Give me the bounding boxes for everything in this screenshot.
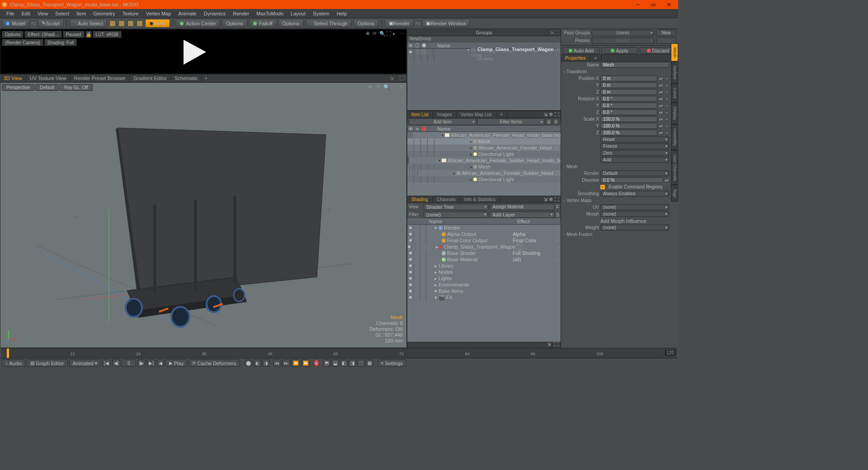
last-frame-button[interactable]: ▶| (147, 359, 156, 367)
chevron-icon[interactable]: ▸ (436, 244, 439, 250)
posz-input[interactable]: 0 m (600, 89, 657, 95)
maximize-button[interactable]: ▭ (646, 0, 661, 9)
minimize-button[interactable]: ─ (630, 0, 646, 9)
eye-icon[interactable] (409, 239, 412, 242)
poly-mode-icon[interactable] (127, 20, 134, 27)
apply-button[interactable]: Apply (601, 47, 638, 54)
menu-geometry[interactable]: Geometry (90, 11, 118, 16)
shader-row[interactable]: Base ShaderFull Shading▾ (407, 250, 561, 256)
shadertree-dropdown[interactable]: Shader Tree▾ (424, 204, 489, 210)
collapse-icon[interactable]: ⇲ (543, 197, 547, 202)
shader-row[interactable]: ▸ Lights (407, 275, 561, 282)
reset-dropdown[interactable]: Reset (600, 136, 669, 142)
collapse-icon[interactable]: ⇲ (543, 112, 547, 118)
render-button[interactable]: ▣ Render (385, 19, 414, 28)
addmorph-button[interactable]: Add Morph Influence (600, 218, 646, 224)
add-tab-icon[interactable]: + (202, 75, 210, 81)
itemlist-row[interactable]: ▸ Directional Light (407, 151, 561, 157)
itemlist-row[interactable]: ▸ Directional Light (407, 176, 561, 183)
maximize-icon[interactable]: ⛶ (386, 31, 392, 36)
sidetab-tags[interactable]: Tags (671, 185, 678, 202)
passgroups-dropdown[interactable]: (none) (592, 30, 654, 36)
chevron-icon[interactable]: ▾ (439, 159, 440, 163)
model-button[interactable]: Model (2, 19, 29, 28)
expand-icon[interactable]: ⛶ (554, 197, 559, 202)
sidetab-userchannels[interactable]: User Channels (671, 150, 678, 185)
viewport-3d[interactable]: Perspective Default Ray GL: Off ✥ ⟳ 🔍 ⛶ … (0, 82, 407, 348)
eye-icon[interactable] (409, 296, 412, 299)
spinner-icon[interactable]: ▴▾ (659, 75, 663, 81)
filter-icon[interactable]: F (553, 118, 559, 125)
chevron-icon[interactable]: ▾ (442, 133, 443, 137)
chevron-icon[interactable]: ▸ (470, 165, 472, 169)
scalex-input[interactable]: 100.0 % (600, 116, 657, 122)
close-button[interactable]: ✕ (661, 0, 676, 9)
play-icon[interactable] (181, 40, 208, 65)
preview-camera[interactable]: (Render Camera) (2, 39, 43, 46)
chevron-icon[interactable]: ▸ (434, 269, 437, 275)
morph-dropdown[interactable]: (none) (600, 211, 669, 217)
itemlist-row[interactable]: ▾ African_American_Female_Head_modo_base… (407, 132, 561, 138)
key-icon[interactable]: ⬤ (244, 359, 253, 367)
eye-icon[interactable] (409, 283, 412, 286)
menu-view[interactable]: View (34, 11, 52, 16)
preview-shading[interactable]: Shading: Full (44, 39, 77, 46)
menu-dynamics[interactable]: Dynamics (200, 11, 229, 16)
itemlist-row[interactable]: ▸ African_American_Female_Head (2) (407, 145, 561, 151)
add-dropdown[interactable]: Add (600, 157, 669, 163)
sculpt-button[interactable]: ✎ Sculpt (38, 19, 64, 28)
smoothing-dropdown[interactable]: Always Enabled (600, 191, 669, 197)
play-button[interactable]: ▶ Play (165, 359, 187, 367)
menu-maxtomodo[interactable]: MaxToModo (253, 11, 287, 16)
chevron-icon[interactable]: ▸ (470, 178, 472, 182)
autoadd-button[interactable]: Auto Add (563, 47, 599, 54)
eye-icon[interactable] (409, 233, 412, 235)
mat-mode-icon[interactable] (137, 20, 143, 27)
chevron-icon[interactable]: ▾ (434, 225, 437, 231)
weight-dropdown[interactable]: (none) (600, 225, 669, 230)
filter-dropdown[interactable]: (none)▾ (424, 212, 488, 218)
selectthrough-button[interactable]: ☑ Select Through (306, 19, 352, 28)
shader-row[interactable]: ▾ 🎬 FX (407, 294, 561, 301)
gear-icon[interactable]: ✲ (549, 112, 553, 118)
add-tab-icon[interactable]: + (590, 55, 602, 61)
eye-icon[interactable] (409, 252, 412, 254)
name-input[interactable]: Mesh (600, 62, 669, 68)
shader-row[interactable]: Base Material(all)▾ (407, 256, 561, 263)
edge-mode-icon[interactable] (118, 20, 125, 27)
shader-row[interactable]: ▾ Render▾ (407, 225, 561, 231)
render-dropdown[interactable]: Default (600, 170, 669, 176)
mesh-section[interactable]: Mesh (561, 163, 671, 170)
autoselect-button[interactable]: ⟲ Auto Select (70, 19, 107, 28)
new-button[interactable]: New (656, 29, 676, 36)
expand-icon[interactable]: ⛶ (555, 30, 559, 35)
options3-button[interactable]: Options (354, 19, 379, 28)
shader-row[interactable]: ▸ Library (407, 263, 561, 269)
audio-button[interactable]: ♪ Audio (2, 359, 25, 367)
sidetab-mesh[interactable]: Mesh (671, 43, 678, 61)
newgroup-button[interactable]: NewGroup (407, 36, 561, 42)
cachedeformers-button[interactable]: ⟳ Cache Deformers (189, 359, 240, 367)
eye-icon[interactable] (409, 277, 412, 280)
tab-3dview[interactable]: 3D View (0, 75, 26, 82)
preview-paused[interactable]: Paused (63, 31, 85, 38)
chevron-icon[interactable]: ▸ (470, 146, 472, 150)
chevron-icon[interactable]: ▸ (434, 263, 437, 269)
actioncenter-button[interactable]: Action Center (176, 19, 220, 28)
scaley-input[interactable]: 100.0 % (600, 123, 657, 129)
rotx-input[interactable]: 0.0 ° (600, 96, 657, 102)
posy-input[interactable]: 0 m (600, 82, 657, 88)
sidetab-curve[interactable]: Curve (671, 84, 678, 103)
scalez-input[interactable]: 100.0 % (600, 130, 657, 136)
itemlist-row[interactable]: ▸ Mesh (407, 164, 561, 170)
shader-row[interactable]: ▸ Nodes (407, 269, 561, 275)
shader-row[interactable]: ▸ Environments (407, 282, 561, 288)
expand-icon[interactable]: ⛶ (552, 342, 561, 348)
shader-row[interactable]: Alpha OutputAlpha▾ (407, 231, 561, 237)
freeze-dropdown[interactable]: Freeze (600, 143, 669, 149)
chevron-icon[interactable]: ▸ (470, 140, 472, 144)
playrev-button[interactable]: ◀ (157, 359, 164, 367)
eye-icon[interactable] (409, 258, 412, 261)
menu-animate[interactable]: Animate (175, 11, 200, 16)
menu-item[interactable]: Item (73, 11, 90, 16)
